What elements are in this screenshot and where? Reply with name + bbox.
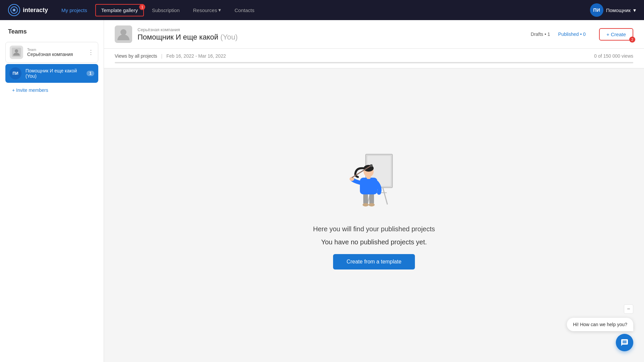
empty-illustration <box>337 141 411 215</box>
svg-rect-13 <box>369 193 374 205</box>
invite-members-button[interactable]: + Invite members <box>5 84 98 96</box>
views-bar: Views by all projects | Feb 16, 2022 - M… <box>115 53 633 59</box>
user-menu[interactable]: ПИ Помощник ▾ <box>590 3 636 17</box>
svg-rect-12 <box>363 193 368 205</box>
logo[interactable]: interacty <box>8 4 48 16</box>
views-separator: | <box>161 53 164 59</box>
navbar: interacty My projects Template gallery 1… <box>0 0 644 20</box>
username: Помощник <box>606 7 631 13</box>
sidebar: Teams Team Серьёзная компания ⋮ ПИ Помощ… <box>0 20 104 362</box>
svg-point-4 <box>15 49 18 53</box>
chat-widget: − Hi! How can we help you? <box>567 318 633 351</box>
chat-icon <box>621 339 629 347</box>
svg-point-2 <box>13 9 15 11</box>
user-dropdown-icon: ▾ <box>633 7 636 13</box>
main-layout: Teams Team Серьёзная компания ⋮ ПИ Помощ… <box>0 20 644 362</box>
svg-point-14 <box>363 203 369 206</box>
views-bar-container: Views by all projects | Feb 16, 2022 - M… <box>104 49 644 68</box>
chat-open-button[interactable] <box>616 334 633 351</box>
template-gallery-badge: 1 <box>139 4 145 10</box>
member-avatar: ПИ <box>9 67 21 79</box>
sidebar-title: Teams <box>5 28 98 35</box>
empty-text-1: Here you will find your published projec… <box>313 225 435 233</box>
project-company: Серьёзная компания <box>138 27 525 32</box>
member-item[interactable]: ПИ Помощник И еще какой (You) 1 <box>5 64 98 83</box>
nav-subscription[interactable]: Subscription <box>147 5 185 16</box>
create-from-template-button[interactable]: Create from a template <box>333 254 415 269</box>
empty-text-2: You have no published projects yet. <box>321 238 427 246</box>
nav-my-projects[interactable]: My projects <box>56 5 93 16</box>
nav-resources[interactable]: Resources ▾ <box>188 4 227 16</box>
empty-state: Here you will find your published projec… <box>104 68 644 362</box>
team-options-icon[interactable]: ⋮ <box>88 49 94 56</box>
views-progress-bar-track <box>115 62 633 63</box>
nav-template-gallery[interactable]: Template gallery 1 <box>95 4 144 16</box>
chat-minimize-button[interactable]: − <box>624 304 633 314</box>
create-button[interactable]: + Create 2 <box>599 28 633 41</box>
create-badge: 2 <box>629 37 635 43</box>
team-avatar <box>10 46 23 59</box>
member-name: Помощник И еще какой (You) <box>25 68 83 79</box>
team-label: Team <box>27 48 73 52</box>
project-stats: Drafts • 1 Published • 0 <box>531 32 586 37</box>
project-header: Серьёзная компания Помощник И еще какой … <box>104 20 644 49</box>
logo-icon <box>8 4 20 16</box>
member-count: 1 <box>87 71 94 76</box>
svg-rect-16 <box>360 178 377 194</box>
project-info: Серьёзная компания Помощник И еще какой … <box>138 27 525 42</box>
svg-point-6 <box>120 29 126 35</box>
project-name: Помощник И еще какой (You) <box>138 33 525 42</box>
drafts-stat: Drafts • 1 <box>531 32 550 37</box>
chat-bubble: Hi! How can we help you? <box>567 318 633 331</box>
logo-text: interacty <box>23 7 48 14</box>
project-avatar <box>115 25 132 43</box>
published-stat[interactable]: Published • 0 <box>558 32 586 37</box>
avatar: ПИ <box>590 3 603 17</box>
views-left: Views by all projects | Feb 16, 2022 - M… <box>115 53 226 59</box>
svg-point-22 <box>370 164 373 167</box>
nav-contacts[interactable]: Contacts <box>229 5 260 16</box>
views-count: 0 of 150 000 views <box>594 53 633 59</box>
chat-area: − Hi! How can we help you? <box>567 318 633 331</box>
views-date: Feb 16, 2022 - Mar 16, 2022 <box>166 53 226 59</box>
resources-dropdown-icon: ▾ <box>218 7 221 13</box>
team-item[interactable]: Team Серьёзная компания ⋮ <box>5 42 98 63</box>
team-name: Серьёзная компания <box>27 52 73 57</box>
content-area: Серьёзная компания Помощник И еще какой … <box>104 20 644 362</box>
svg-point-15 <box>369 203 375 206</box>
project-you-label: (You) <box>220 33 238 41</box>
